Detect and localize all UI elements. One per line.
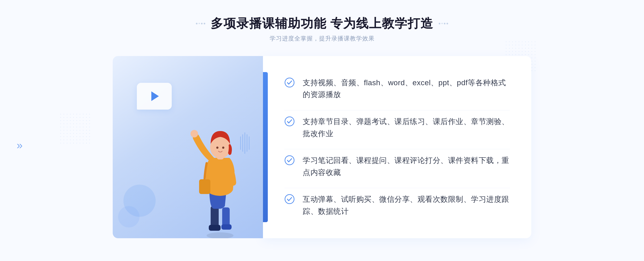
play-bubble <box>137 83 172 110</box>
feature-text-3: 学习笔记回看、课程提问、课程评论打分、课件资料下载，重点内容收藏 <box>303 155 510 179</box>
features-panel: 支持视频、音频、flash、word、excel、ppt、pdf等各种格式的资源… <box>263 56 531 238</box>
deco-circle-2 <box>118 206 140 228</box>
feature-text-2: 支持章节目录、弹题考试、课后练习、课后作业、章节测验、批改作业 <box>303 116 510 140</box>
feature-item-2: 支持章节目录、弹题考试、课后练习、课后作业、章节测验、批改作业 <box>284 110 510 145</box>
subtitle: 学习进度全掌握，提升录播课教学效果 <box>196 35 448 43</box>
person-illustration <box>185 104 255 238</box>
main-title: 多项录播课辅助功能 专为线上教学打造 <box>211 16 434 31</box>
page-container: » 多项录播课辅助功能 专为线上教学打造 学习进度全掌握，提升录播课教学效果 <box>0 0 644 261</box>
chevron-left-icon: » <box>17 139 23 151</box>
svg-rect-2 <box>209 225 221 231</box>
svg-point-5 <box>191 130 198 137</box>
svg-point-0 <box>207 232 233 238</box>
check-icon-4 <box>284 194 295 204</box>
svg-point-8 <box>216 147 218 149</box>
check-icon-3 <box>284 155 295 165</box>
dot-pattern-left <box>59 113 91 145</box>
svg-point-11 <box>285 78 294 87</box>
feature-text-1: 支持视频、音频、flash、word、excel、ppt、pdf等各种格式的资源… <box>303 77 510 101</box>
svg-point-9 <box>222 147 224 149</box>
illustration-panel <box>113 56 263 238</box>
feature-item-3: 学习笔记回看、课程提问、课程评论打分、课件资料下载，重点内容收藏 <box>284 149 510 184</box>
svg-rect-1 <box>211 206 219 228</box>
feature-item-4: 互动弹幕、试听购买、微信分享、观看次数限制、学习进度跟踪、数据统计 <box>284 188 510 223</box>
dot-decorator-left <box>196 23 205 24</box>
svg-point-14 <box>285 195 294 204</box>
accent-bar <box>263 72 268 222</box>
dot-decorator-right <box>439 23 448 24</box>
svg-rect-4 <box>221 224 232 230</box>
svg-rect-10 <box>199 179 210 194</box>
feature-text-4: 互动弹幕、试听购买、微信分享、观看次数限制、学习进度跟踪、数据统计 <box>303 193 510 218</box>
check-icon-1 <box>284 77 295 88</box>
svg-point-12 <box>285 117 294 126</box>
header-section: 多项录播课辅助功能 专为线上教学打造 学习进度全掌握，提升录播课教学效果 <box>196 16 448 43</box>
feature-item-1: 支持视频、音频、flash、word、excel、ppt、pdf等各种格式的资源… <box>284 72 510 106</box>
play-triangle-icon <box>151 91 159 101</box>
content-area: 支持视频、音频、flash、word、excel、ppt、pdf等各种格式的资源… <box>113 56 531 238</box>
svg-point-13 <box>285 156 294 165</box>
check-icon-2 <box>284 116 295 126</box>
header-decorators: 多项录播课辅助功能 专为线上教学打造 <box>196 16 448 31</box>
